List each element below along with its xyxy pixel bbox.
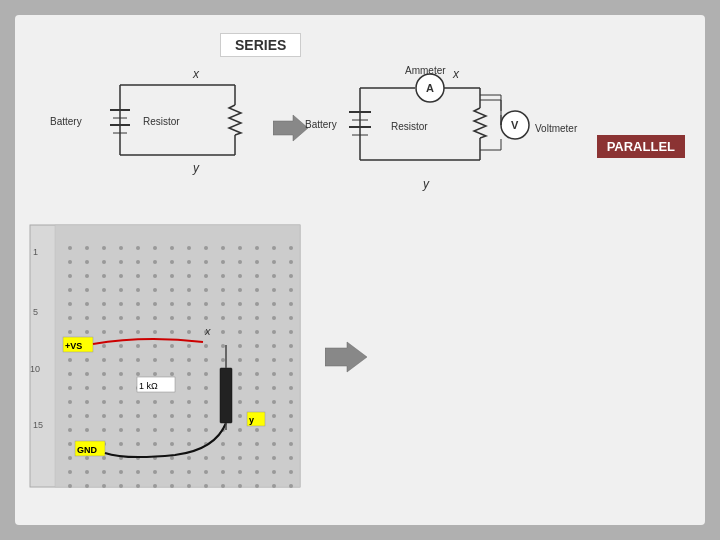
svg-point-282	[272, 484, 276, 488]
svg-point-97	[221, 302, 225, 306]
svg-point-91	[119, 302, 123, 306]
svg-point-187	[85, 400, 89, 404]
a-symbol: A	[426, 82, 434, 94]
svg-point-277	[187, 484, 191, 488]
svg-point-163	[153, 372, 157, 376]
svg-point-93	[153, 302, 157, 306]
svg-point-271	[85, 484, 89, 488]
svg-point-278	[204, 484, 208, 488]
svg-point-214	[68, 428, 72, 432]
svg-point-43	[255, 246, 259, 250]
svg-point-145	[85, 358, 89, 362]
svg-point-115	[289, 316, 293, 320]
svg-point-244	[102, 456, 106, 460]
svg-point-260	[136, 470, 140, 474]
svg-point-218	[136, 428, 140, 432]
svg-point-133	[119, 344, 123, 348]
svg-point-141	[255, 344, 259, 348]
svg-point-45	[289, 246, 293, 250]
svg-point-212	[272, 414, 276, 418]
svg-point-113	[255, 316, 259, 320]
svg-point-262	[170, 470, 174, 474]
svg-point-274	[136, 484, 140, 488]
svg-point-86	[272, 288, 276, 292]
svg-point-35	[119, 246, 123, 250]
svg-point-270	[68, 484, 72, 488]
svg-point-138	[204, 344, 208, 348]
svg-point-159	[85, 372, 89, 376]
svg-point-269	[289, 470, 293, 474]
svg-point-198	[272, 400, 276, 404]
svg-point-189	[119, 400, 123, 404]
svg-point-215	[85, 428, 89, 432]
svg-point-256	[68, 470, 72, 474]
svg-point-169	[255, 372, 259, 376]
svg-point-108	[170, 316, 174, 320]
svg-point-190	[136, 400, 140, 404]
svg-point-180	[204, 386, 208, 390]
resistor-text-left: Resistor	[143, 116, 180, 127]
svg-point-94	[170, 302, 174, 306]
y-label-bb: y	[249, 415, 254, 425]
svg-point-84	[238, 288, 242, 292]
svg-point-254	[272, 456, 276, 460]
svg-point-82	[204, 288, 208, 292]
svg-point-168	[238, 372, 242, 376]
svg-point-219	[153, 428, 157, 432]
svg-point-252	[238, 456, 242, 460]
svg-point-44	[272, 246, 276, 250]
svg-point-99	[255, 302, 259, 306]
vs-label-text: +VS	[65, 341, 82, 351]
gnd-label-text: GND	[77, 445, 98, 455]
series-label: SERIES	[220, 33, 301, 57]
svg-point-107	[153, 316, 157, 320]
svg-point-253	[255, 456, 259, 460]
svg-point-179	[187, 386, 191, 390]
svg-point-106	[136, 316, 140, 320]
svg-point-40	[204, 246, 208, 250]
svg-point-87	[289, 288, 293, 292]
svg-point-63	[119, 274, 123, 278]
svg-point-54	[204, 260, 208, 264]
svg-point-280	[238, 484, 242, 488]
svg-point-123	[187, 330, 191, 334]
svg-point-237	[221, 442, 225, 446]
svg-point-150	[170, 358, 174, 362]
svg-point-120	[136, 330, 140, 334]
svg-point-206	[170, 414, 174, 418]
y-label-left: y	[192, 161, 200, 175]
svg-point-174	[102, 386, 106, 390]
svg-point-69	[221, 274, 225, 278]
svg-point-118	[102, 330, 106, 334]
svg-point-182	[238, 386, 242, 390]
svg-point-137	[187, 344, 191, 348]
svg-point-166	[204, 372, 208, 376]
svg-point-224	[238, 428, 242, 432]
svg-point-33	[85, 246, 89, 250]
svg-point-55	[221, 260, 225, 264]
svg-point-34	[102, 246, 106, 250]
svg-point-132	[102, 344, 106, 348]
svg-point-149	[153, 358, 157, 362]
svg-point-129	[289, 330, 293, 334]
x-label-left: x	[192, 67, 200, 81]
breadboard-svg: 1 5 10 15 // Will be drawn via JS below …	[25, 220, 315, 495]
svg-point-142	[272, 344, 276, 348]
svg-point-53	[187, 260, 191, 264]
svg-point-275	[153, 484, 157, 488]
svg-point-227	[289, 428, 293, 432]
svg-point-232	[136, 442, 140, 446]
svg-point-185	[289, 386, 293, 390]
svg-point-234	[170, 442, 174, 446]
y-label-right: y	[422, 177, 430, 191]
svg-point-217	[119, 428, 123, 432]
svg-point-188	[102, 400, 106, 404]
svg-point-103	[85, 316, 89, 320]
svg-point-143	[289, 344, 293, 348]
svg-point-258	[102, 470, 106, 474]
svg-point-110	[204, 316, 208, 320]
svg-point-127	[255, 330, 259, 334]
svg-point-116	[68, 330, 72, 334]
svg-point-70	[238, 274, 242, 278]
svg-point-279	[221, 484, 225, 488]
